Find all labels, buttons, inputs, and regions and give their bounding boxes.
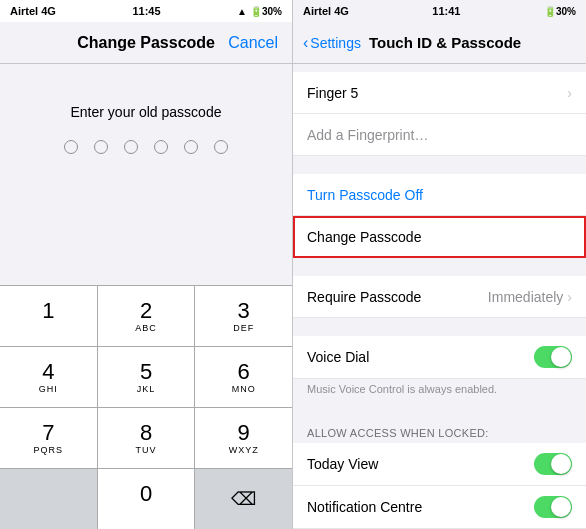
nav-title-left: Change Passcode: [64, 34, 228, 52]
allow-access-label: ALLOW ACCESS WHEN LOCKED:: [293, 421, 586, 443]
add-fingerprint-row[interactable]: Add a Fingerprint…: [293, 114, 586, 156]
today-view-toggle[interactable]: [534, 453, 572, 475]
back-label: Settings: [310, 35, 361, 51]
notification-centre-toggle-knob: [551, 497, 571, 517]
notification-centre-row[interactable]: Notification Centre: [293, 486, 586, 529]
passcode-section: Turn Passcode Off Change Passcode: [293, 156, 586, 258]
chevron-right-icon: ›: [567, 85, 572, 101]
passcode-dots: [64, 140, 228, 154]
allow-access-section: ALLOW ACCESS WHEN LOCKED: Today View Not…: [293, 403, 586, 529]
key-3[interactable]: 3 DEF: [195, 286, 292, 346]
today-view-label: Today View: [307, 456, 378, 472]
key-4[interactable]: 4 GHI: [0, 347, 98, 407]
key-9[interactable]: 9 WXYZ: [195, 408, 292, 468]
key-2[interactable]: 2 ABC: [98, 286, 196, 346]
require-passcode-value: Immediately ›: [488, 289, 572, 305]
status-bar-left: Airtel 4G 11:45 ▲ 🔋30%: [0, 0, 292, 22]
status-icons-left: ▲ 🔋30%: [237, 6, 282, 17]
voice-dial-section: Voice Dial Music Voice Control is always…: [293, 318, 586, 403]
key-7[interactable]: 7 PQRS: [0, 408, 98, 468]
dot-2: [94, 140, 108, 154]
voice-dial-toggle[interactable]: [534, 346, 572, 368]
keypad: 1 2 ABC 3 DEF 4 GHI 5 JKL 6: [0, 285, 292, 529]
cancel-button[interactable]: Cancel: [228, 34, 278, 52]
voice-dial-footer: Music Voice Control is always enabled.: [293, 379, 586, 403]
status-bar-right: Airtel 4G 11:41 🔋30%: [293, 0, 586, 22]
passcode-area: Enter your old passcode: [0, 64, 292, 285]
dot-5: [184, 140, 198, 154]
finger5-value: ›: [567, 85, 572, 101]
carrier-left: Airtel 4G: [10, 5, 56, 17]
dot-4: [154, 140, 168, 154]
key-0[interactable]: 0: [98, 469, 196, 529]
change-passcode-label: Change Passcode: [307, 229, 421, 245]
delete-icon: ⌫: [231, 488, 256, 510]
notification-centre-label: Notification Centre: [307, 499, 422, 515]
change-passcode-row[interactable]: Change Passcode: [293, 216, 586, 258]
require-passcode-section: Require Passcode Immediately ›: [293, 258, 586, 318]
add-fingerprint-label: Add a Fingerprint…: [307, 127, 428, 143]
key-5[interactable]: 5 JKL: [98, 347, 196, 407]
settings-list: Finger 5 › Add a Fingerprint… Turn Passc…: [293, 64, 586, 529]
today-view-row[interactable]: Today View: [293, 443, 586, 486]
dot-6: [214, 140, 228, 154]
keypad-row-3: 7 PQRS 8 TUV 9 WXYZ: [0, 408, 292, 469]
nav-bar-left: Change Passcode Cancel: [0, 22, 292, 64]
require-passcode-row[interactable]: Require Passcode Immediately ›: [293, 276, 586, 318]
turn-passcode-off-label: Turn Passcode Off: [307, 187, 423, 203]
time-left: 11:45: [132, 5, 160, 17]
wifi-icon-left: ▲: [237, 6, 247, 17]
right-panel: Airtel 4G 11:41 🔋30% ‹ Settings Touch ID…: [293, 0, 586, 529]
back-button[interactable]: ‹ Settings: [303, 34, 361, 52]
finger5-label: Finger 5: [307, 85, 358, 101]
key-empty: [0, 469, 98, 529]
dot-3: [124, 140, 138, 154]
dot-1: [64, 140, 78, 154]
chevron-right-icon-2: ›: [567, 289, 572, 305]
carrier-right: Airtel 4G: [303, 5, 349, 17]
finger5-row[interactable]: Finger 5 ›: [293, 72, 586, 114]
delete-key[interactable]: ⌫: [195, 469, 292, 529]
keypad-row-4: 0 ⌫: [0, 469, 292, 529]
time-right: 11:41: [432, 5, 460, 17]
keypad-row-2: 4 GHI 5 JKL 6 MNO: [0, 347, 292, 408]
turn-passcode-off-row[interactable]: Turn Passcode Off: [293, 174, 586, 216]
key-1[interactable]: 1: [0, 286, 98, 346]
left-panel: Airtel 4G 11:45 ▲ 🔋30% Change Passcode C…: [0, 0, 293, 529]
toggle-knob: [551, 347, 571, 367]
voice-dial-label: Voice Dial: [307, 349, 369, 365]
battery-icon-left: 🔋30%: [250, 6, 282, 17]
key-8[interactable]: 8 TUV: [98, 408, 196, 468]
notification-centre-toggle[interactable]: [534, 496, 572, 518]
key-6[interactable]: 6 MNO: [195, 347, 292, 407]
passcode-prompt: Enter your old passcode: [71, 104, 222, 120]
fingerprints-section: Finger 5 › Add a Fingerprint…: [293, 64, 586, 156]
require-passcode-label: Require Passcode: [307, 289, 421, 305]
nav-title-right: Touch ID & Passcode: [369, 34, 521, 51]
today-view-toggle-knob: [551, 454, 571, 474]
nav-bar-right: ‹ Settings Touch ID & Passcode: [293, 22, 586, 64]
back-chevron-icon: ‹: [303, 34, 308, 52]
voice-dial-row[interactable]: Voice Dial: [293, 336, 586, 379]
keypad-row-1: 1 2 ABC 3 DEF: [0, 286, 292, 347]
battery-right: 🔋30%: [544, 6, 576, 17]
